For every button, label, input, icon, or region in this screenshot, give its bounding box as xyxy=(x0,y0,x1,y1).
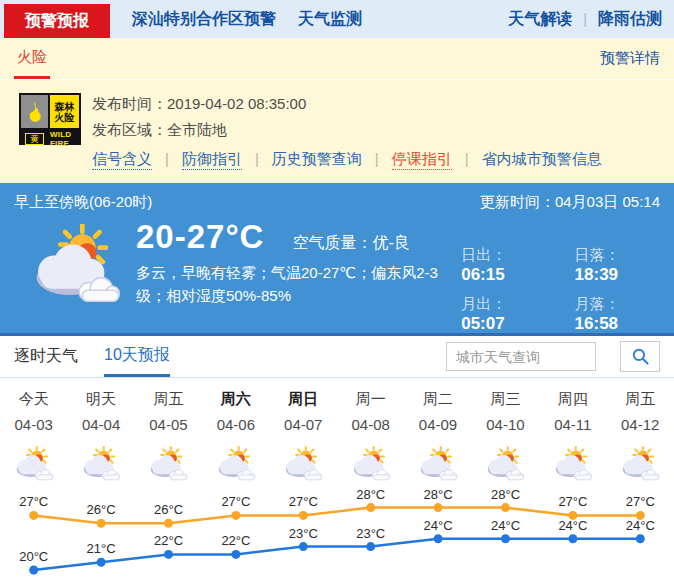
warning-links: 信号含义|防御指引|历史预警查询|停课指引|省内城市预警信息 xyxy=(92,150,602,169)
high-temp-label: 26°C xyxy=(87,502,116,517)
date-label: 04-09 xyxy=(404,412,471,440)
low-temp-point xyxy=(501,534,510,543)
high-temp-label: 27°C xyxy=(289,494,318,509)
divider: | xyxy=(255,150,259,167)
weather-icons-row xyxy=(0,440,674,488)
sun-moon-item: 日出：06:15 xyxy=(461,246,544,285)
warning-icon-name: 森林 火险 xyxy=(50,95,79,128)
day-label: 周一 xyxy=(337,388,404,412)
weather-icon-partly-cloudy xyxy=(67,440,134,488)
temperature-range: 20-27°C xyxy=(136,218,264,256)
search-button[interactable] xyxy=(620,341,660,372)
high-temp-line xyxy=(34,508,641,524)
high-temp-label: 27°C xyxy=(558,494,587,509)
weather-description: 多云，早晚有轻雾；气温20-27℃；偏东风2-3级；相对湿度50%-85% xyxy=(136,261,461,307)
publish-time-value: 2019-04-02 08:35:00 xyxy=(167,95,306,112)
high-temp-label: 26°C xyxy=(154,502,183,517)
warning-link[interactable]: 停课指引 xyxy=(392,150,452,170)
high-temp-label: 28°C xyxy=(356,488,385,502)
sun-moon-item: 月落：16:58 xyxy=(575,295,658,334)
weather-icon-partly-cloudy xyxy=(539,440,606,488)
low-temp-label: 21°C xyxy=(87,541,116,556)
low-temp-label: 23°C xyxy=(289,526,318,541)
high-temp-point xyxy=(97,519,106,528)
day-label: 周六 xyxy=(202,388,269,412)
weather-icon-partly-cloudy xyxy=(135,440,202,488)
warning-icon-name-line2: 火险 xyxy=(55,112,75,123)
search-input[interactable] xyxy=(446,342,596,371)
current-panel-body: 20-27°C 空气质量：优-良 多云，早晚有轻雾；气温20-27℃；偏东风2-… xyxy=(0,212,674,334)
day-label: 周四 xyxy=(539,388,606,412)
warning-body: 森林 火险 黄 WILD FIRE 发布时间：2019-04-02 08:35:… xyxy=(0,80,674,169)
low-temp-label: 22°C xyxy=(154,533,183,548)
divider: | xyxy=(375,150,379,167)
nav-item[interactable]: 降雨估测 xyxy=(598,9,662,30)
high-temp-point xyxy=(366,503,375,512)
tab-fire-risk[interactable]: 火险 xyxy=(14,38,50,79)
low-temp-point xyxy=(568,534,577,543)
warning-link[interactable]: 历史预警查询 xyxy=(272,150,362,167)
low-temp-point xyxy=(299,542,308,551)
warning-info: 发布时间：2019-04-02 08:35:00 发布区域：全市陆地 信号含义|… xyxy=(92,93,602,169)
low-temp-point xyxy=(29,566,38,575)
tab-hourly-weather[interactable]: 逐时天气 xyxy=(14,336,78,377)
date-label: 04-08 xyxy=(337,412,404,440)
warning-link[interactable]: 信号含义 xyxy=(92,150,152,170)
day-label: 周日 xyxy=(270,388,337,412)
day-label: 周二 xyxy=(404,388,471,412)
weather-icon-partly-cloudy xyxy=(607,440,674,488)
low-temp-label: 22°C xyxy=(221,533,250,548)
date-label: 04-04 xyxy=(67,412,134,440)
current-conditions: 20-27°C 空气质量：优-良 多云，早晚有轻雾；气温20-27℃；偏东风2-… xyxy=(136,216,461,334)
weather-icon-partly-cloudy xyxy=(202,440,269,488)
sun-moon-time: 16:58 xyxy=(575,314,618,333)
high-temp-point xyxy=(29,511,38,520)
forecast-period-label: 早上至傍晚(06-20时) xyxy=(14,193,152,212)
sun-moon-item: 月出：05:07 xyxy=(461,295,544,334)
nav-item[interactable]: 深汕特别合作区预警 xyxy=(132,9,276,30)
fire-warning-section: 火险 预警详情 森林 火险 黄 WILD FIRE 发布时间：2019-04-0… xyxy=(0,38,674,183)
sun-moon-item: 日落：18:39 xyxy=(575,246,658,285)
high-temp-label: 27°C xyxy=(221,494,250,509)
tab-10day-forecast[interactable]: 10天预报 xyxy=(104,336,170,377)
flame-icon xyxy=(21,95,48,128)
publish-time-row: 发布时间：2019-04-02 08:35:00 xyxy=(92,95,602,114)
warning-icon-en-label: WILD FIRE xyxy=(50,130,79,148)
weather-icon-partly-cloudy xyxy=(472,440,539,488)
search-icon xyxy=(631,347,650,366)
nav-item[interactable]: 天气监测 xyxy=(298,9,362,30)
sun-moon-label: 日出： xyxy=(461,246,506,263)
high-temp-point xyxy=(231,511,240,520)
publish-time-label: 发布时间： xyxy=(92,95,167,112)
date-label: 04-07 xyxy=(270,412,337,440)
update-time: 更新时间：04月03日 05:14 xyxy=(480,193,660,212)
warning-link[interactable]: 省内城市预警信息 xyxy=(482,150,602,167)
sun-moon-time: 06:15 xyxy=(461,265,504,284)
sun-moon-time: 18:39 xyxy=(575,265,618,284)
topnav-right-items: 天气解读|降雨估测 xyxy=(508,0,662,38)
date-label: 04-12 xyxy=(607,412,674,440)
nav-item[interactable]: 天气解读 xyxy=(508,9,572,30)
warning-icon-name-line1: 森林 xyxy=(55,101,75,112)
publish-area-row: 发布区域：全市陆地 xyxy=(92,121,602,140)
air-quality: 空气质量：优-良 xyxy=(292,233,409,254)
tab-warning-forecast[interactable]: 预警预报 xyxy=(4,4,110,38)
sun-moon-label: 日落： xyxy=(575,246,620,263)
day-labels-row: 今天明天周五周六周日周一周二周三周四周五 xyxy=(0,388,674,412)
sun-moon-label: 月落： xyxy=(575,295,620,312)
ten-day-forecast: 今天明天周五周六周日周一周二周三周四周五 04-0304-0404-0504-0… xyxy=(0,378,674,576)
warning-level-badge: 黄 xyxy=(21,130,48,148)
warning-link[interactable]: 防御指引 xyxy=(182,150,242,170)
low-temp-point xyxy=(636,534,645,543)
low-temp-point xyxy=(164,550,173,559)
low-temp-label: 24°C xyxy=(491,518,520,533)
current-weather-panel: 早上至傍晚(06-20时) 更新时间：04月03日 05:14 20-27°C … xyxy=(0,183,674,336)
warning-detail-link[interactable]: 预警详情 xyxy=(600,49,660,68)
sun-moon-label: 月出： xyxy=(461,295,506,312)
air-quality-value: 优-良 xyxy=(372,234,409,251)
air-quality-label: 空气质量： xyxy=(292,234,372,251)
weather-icon-partly-cloudy xyxy=(337,440,404,488)
high-temp-label: 27°C xyxy=(626,494,655,509)
weather-icon-partly-cloudy xyxy=(404,440,471,488)
publish-area-value: 全市陆地 xyxy=(167,121,227,138)
